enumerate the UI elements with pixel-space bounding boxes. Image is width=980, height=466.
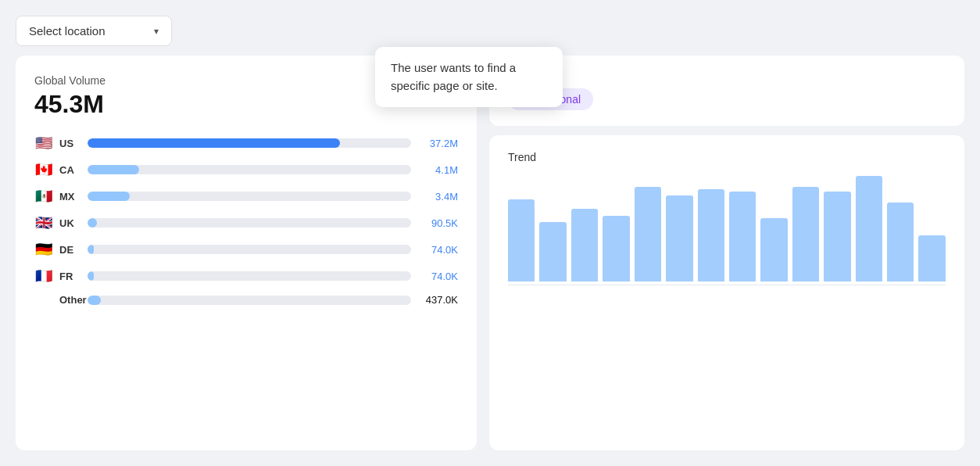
other-label: Other [59, 294, 81, 306]
chart-bar [918, 235, 945, 281]
country-value: 3.4M [417, 191, 458, 203]
chart-bar [571, 209, 598, 281]
chart-bar [887, 203, 914, 281]
country-code: DE [59, 244, 81, 256]
country-flag: 🇬🇧 [34, 214, 53, 231]
country-value: 90.5K [417, 217, 458, 229]
chart-bar [635, 187, 661, 282]
chart-bar [508, 199, 535, 281]
main-content-row: Global Volume 45.3M 🇺🇸 US 37.2M 🇨🇦 CA 4.… [16, 56, 964, 450]
bar-fill [88, 138, 340, 148]
country-code: UK [59, 217, 81, 229]
intent-section-label: Intent [508, 71, 946, 82]
country-flag: 🇫🇷 [34, 267, 53, 285]
tooltip-popup: The user wants to find a specific page o… [375, 47, 563, 107]
country-row: 🇬🇧 UK 90.5K [34, 214, 458, 231]
country-row: 🇺🇸 US 37.2M [34, 134, 458, 152]
bar-fill [88, 218, 97, 228]
country-row: 🇫🇷 FR 74.0K [34, 267, 458, 285]
chart-bar [792, 187, 819, 282]
country-flag: 🇨🇦 [34, 161, 53, 178]
chart-bar [729, 192, 756, 281]
country-value: 74.0K [417, 244, 458, 256]
other-bar-container [88, 296, 411, 305]
country-value: 4.1M [417, 164, 458, 176]
bar-fill [88, 271, 94, 281]
bar-container [88, 271, 411, 281]
chart-bar [539, 222, 566, 281]
country-code: CA [59, 164, 81, 176]
country-value: 74.0K [417, 271, 458, 282]
other-value: 437.0K [417, 294, 458, 306]
bar-fill [88, 165, 139, 174]
country-value: 37.2M [417, 138, 458, 149]
country-code: FR [59, 271, 81, 282]
bar-container [88, 165, 411, 174]
tooltip-text: The user wants to find a specific page o… [391, 61, 516, 92]
country-row: 🇨🇦 CA 4.1M [34, 161, 458, 178]
country-code: MX [59, 191, 81, 203]
chart-bar [856, 176, 882, 281]
bar-container [88, 245, 411, 254]
chart-bar [824, 192, 850, 281]
trend-chart [508, 176, 946, 285]
bar-container [88, 192, 411, 201]
chart-bar [603, 216, 629, 281]
select-location-button[interactable]: Select location ▾ [16, 16, 172, 46]
bar-container [88, 218, 411, 228]
trend-label: Trend [508, 151, 946, 163]
global-volume-panel: Global Volume 45.3M 🇺🇸 US 37.2M 🇨🇦 CA 4.… [16, 56, 477, 450]
bar-fill [88, 245, 94, 254]
country-row: 🇩🇪 DE 74.0K [34, 241, 458, 258]
select-location-label: Select location [29, 24, 106, 38]
other-bar [88, 296, 101, 305]
chart-bar [666, 195, 692, 281]
bar-container [88, 138, 411, 148]
country-code: US [59, 138, 81, 149]
bar-fill [88, 192, 130, 201]
country-flag: 🇲🇽 [34, 188, 53, 205]
other-row: Other 437.0K [34, 294, 458, 306]
country-flag: 🇩🇪 [34, 241, 53, 258]
chevron-down-icon: ▾ [154, 26, 159, 37]
chart-bar [698, 189, 724, 281]
trend-card: Trend [489, 135, 964, 450]
country-rows: 🇺🇸 US 37.2M 🇨🇦 CA 4.1M 🇲🇽 MX 3.4M 🇬🇧 UK [34, 134, 458, 285]
country-flag: 🇺🇸 [34, 134, 53, 152]
chart-bar [760, 218, 787, 281]
right-panel: Intent Navigational Trend [489, 56, 964, 450]
country-row: 🇲🇽 MX 3.4M [34, 188, 458, 205]
